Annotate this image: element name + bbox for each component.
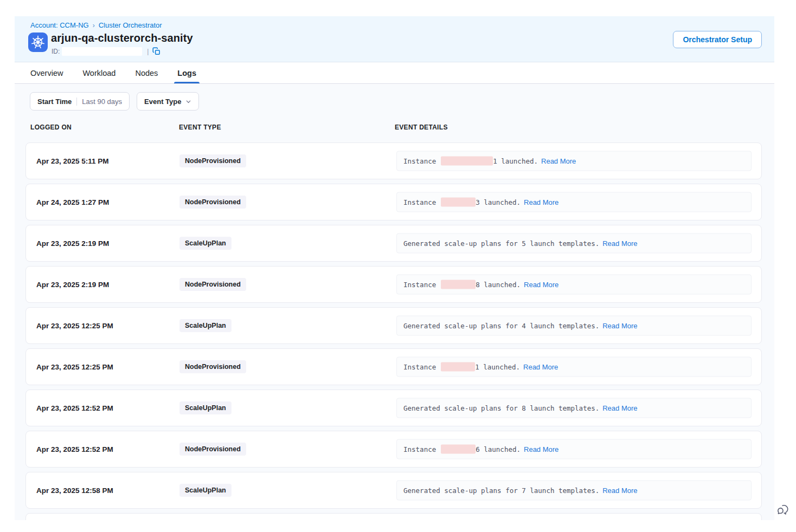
log-rows: Apr 23, 2025 5:11 PM NodeProvisioned Ins… <box>25 142 762 520</box>
tab-logs[interactable]: Logs <box>177 62 196 83</box>
read-more-link[interactable]: Read More <box>602 404 637 412</box>
cluster-id-row: ID: | <box>52 47 161 56</box>
copy-icon[interactable] <box>152 47 161 55</box>
detail-text-pre: Instance <box>403 198 436 206</box>
tab-workload[interactable]: Workload <box>82 62 115 83</box>
detail-text-pre: Generated scale-up plans for 5 launch te… <box>403 239 599 248</box>
detail-text-post: 6 launched. <box>476 445 521 453</box>
tab-label: Overview <box>30 69 63 77</box>
redacted-value <box>441 157 493 166</box>
event-details-box: Generated scale-up plans for 5 launch te… <box>396 233 752 254</box>
row-logged-on: Apr 23, 2025 2:19 PM <box>36 239 109 248</box>
read-more-link[interactable]: Read More <box>524 198 559 206</box>
chat-help-icon[interactable] <box>776 503 791 517</box>
row-logged-on: Apr 23, 2025 12:52 PM <box>36 445 113 453</box>
detail-text-post: 8 launched. <box>476 281 521 289</box>
breadcrumb-account-link[interactable]: Account: CCM-NG <box>30 21 89 29</box>
event-type-badge: NodeProvisioned <box>179 278 246 291</box>
chevron-down-icon <box>185 99 191 105</box>
redacted-value <box>441 362 475 372</box>
detail-text-pre: Instance <box>403 157 436 165</box>
row-logged-on: Apr 23, 2025 2:19 PM <box>36 281 109 289</box>
tab-nodes[interactable]: Nodes <box>135 62 158 83</box>
table-row: Apr 23, 2025 12:52 PM NodeProvisioned In… <box>25 431 762 468</box>
row-logged-on: Apr 24, 2025 1:27 PM <box>36 198 109 206</box>
event-type-badge: NodeProvisioned <box>179 154 246 167</box>
event-details-box: Generated scale-up plans for 4 launch te… <box>396 316 752 336</box>
breadcrumb-separator: › <box>93 22 95 29</box>
event-details-box: Generated scale-up plans for 8 launch te… <box>396 398 752 418</box>
redacted-value <box>441 445 476 454</box>
read-more-link[interactable]: Read More <box>523 363 558 371</box>
breadcrumb: Account: CCM-NG›Cluster Orchestrator <box>30 21 162 29</box>
row-logged-on: Apr 23, 2025 12:25 PM <box>36 322 113 330</box>
redacted-value <box>441 280 476 289</box>
filters-row: Start Time Last 90 days Event Type <box>30 92 199 111</box>
read-more-link[interactable]: Read More <box>524 445 559 453</box>
detail-text-pre: Generated scale-up plans for 8 launch te… <box>403 404 599 412</box>
table-row: Apr 23, 2025 12:25 PM NodeProvisioned In… <box>25 348 762 385</box>
row-logged-on: Apr 23, 2025 5:11 PM <box>36 157 109 165</box>
event-details-box: Instance6 launched.Read More <box>396 439 752 459</box>
detail-text-pre: Instance <box>403 445 436 453</box>
event-details-box: Instance8 launched.Read More <box>396 275 752 295</box>
column-header-event-details: EVENT DETAILS <box>395 124 448 131</box>
event-type-label: Event Type <box>144 98 181 106</box>
table-row: Apr 23, 2025 12:58 PM ScaleUpPlan Genera… <box>25 472 762 509</box>
detail-text-post: 3 launched. <box>476 198 521 206</box>
read-more-link[interactable]: Read More <box>541 157 576 165</box>
event-type-badge: ScaleUpPlan <box>179 319 232 332</box>
start-time-value: Last 90 days <box>82 98 122 106</box>
table-row: Apr 23, 2025 2:19 PM ScaleUpPlan Generat… <box>25 225 762 262</box>
read-more-link[interactable]: Read More <box>602 239 637 248</box>
filter-divider <box>76 98 77 106</box>
table-header: LOGGED ON EVENT TYPE EVENT DETAILS <box>25 124 762 134</box>
row-logged-on: Apr 23, 2025 12:25 PM <box>36 363 113 371</box>
breadcrumb-cluster-orchestrator-link[interactable]: Cluster Orchestrator <box>99 21 162 29</box>
id-separator: | <box>147 48 149 55</box>
orchestrator-setup-button[interactable]: Orchestrator Setup <box>673 31 762 48</box>
event-type-badge: ScaleUpPlan <box>179 484 232 497</box>
tab-label: Workload <box>82 69 115 77</box>
table-row: Apr 24, 2025 1:27 PM NodeProvisioned Ins… <box>25 184 762 220</box>
page-header: Account: CCM-NG›Cluster Orchestrator arj… <box>15 16 774 62</box>
detail-text-post: 1 launched. <box>493 157 538 165</box>
tab-bar: Overview Workload Nodes Logs <box>15 62 774 84</box>
row-logged-on: Apr 23, 2025 12:58 PM <box>36 486 113 495</box>
start-time-label: Start Time <box>37 98 72 106</box>
tab-label: Nodes <box>135 69 158 77</box>
page-title: arjun-qa-clusterorch-sanity <box>51 32 193 44</box>
read-more-link[interactable]: Read More <box>602 486 637 495</box>
event-type-badge: NodeProvisioned <box>179 443 246 456</box>
event-type-filter[interactable]: Event Type <box>137 92 199 111</box>
detail-text-pre: Generated scale-up plans for 4 launch te… <box>403 322 599 330</box>
table-row: Apr 23, 2025 2:19 PM NodeProvisioned Ins… <box>25 266 762 303</box>
start-time-filter[interactable]: Start Time Last 90 days <box>30 92 130 111</box>
tab-label: Logs <box>177 69 196 77</box>
row-logged-on: Apr 23, 2025 12:52 PM <box>36 404 113 412</box>
detail-text-pre: Instance <box>403 281 436 289</box>
table-row: Apr 23, 2025 12:52 PM ScaleUpPlan Genera… <box>25 390 762 426</box>
event-details-box: Instance1 launched.Read More <box>396 357 752 377</box>
detail-text-post: 1 launched. <box>475 363 520 371</box>
detail-text-pre: Generated scale-up plans for 7 launch te… <box>403 486 599 495</box>
event-details-box: Instance3 launched.Read More <box>396 192 752 212</box>
event-type-badge: ScaleUpPlan <box>179 237 232 250</box>
table-row: Apr 23, 2025 5:11 PM NodeProvisioned Ins… <box>25 142 762 179</box>
table-row-partial <box>25 513 762 520</box>
id-label: ID: <box>52 48 60 55</box>
kubernetes-icon <box>28 33 48 52</box>
event-type-badge: ScaleUpPlan <box>179 401 232 414</box>
read-more-link[interactable]: Read More <box>602 322 637 330</box>
tab-overview[interactable]: Overview <box>30 62 63 83</box>
column-header-logged-on: LOGGED ON <box>30 124 72 131</box>
redacted-value <box>441 198 476 207</box>
event-details-box: Instance1 launched.Read More <box>396 151 752 171</box>
event-details-box: Generated scale-up plans for 7 launch te… <box>396 481 752 501</box>
logs-panel: Start Time Last 90 days Event Type LOGGE… <box>15 85 774 520</box>
event-type-badge: NodeProvisioned <box>179 360 246 373</box>
read-more-link[interactable]: Read More <box>524 281 559 289</box>
id-value-redacted <box>62 47 142 56</box>
event-type-badge: NodeProvisioned <box>179 196 246 209</box>
detail-text-pre: Instance <box>403 363 436 371</box>
